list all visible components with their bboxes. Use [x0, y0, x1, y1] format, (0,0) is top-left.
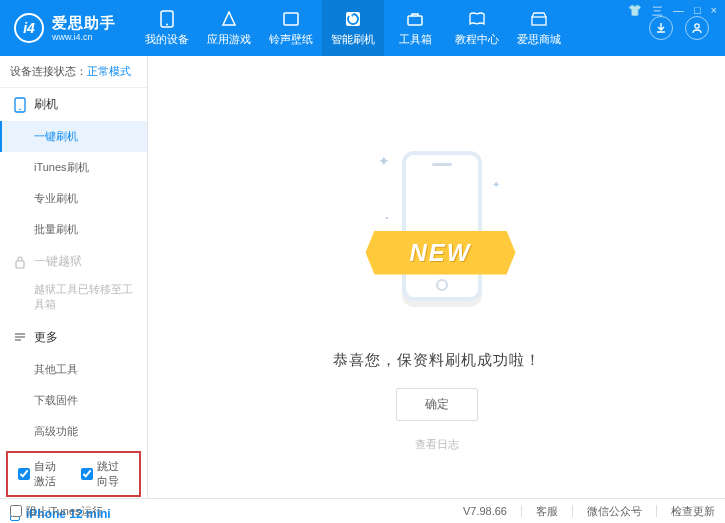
wallpaper-icon: [282, 10, 300, 28]
sidebar-item-pro[interactable]: 专业刷机: [0, 183, 147, 214]
connection-mode: 正常模式: [87, 65, 131, 77]
nav-tutorials[interactable]: 教程中心: [446, 0, 508, 56]
download-button[interactable]: [649, 16, 673, 40]
nav-label: 智能刷机: [331, 32, 375, 47]
sidebar: 设备连接状态：正常模式 刷机 一键刷机 iTunes刷机 专业刷机 批量刷机 一…: [0, 56, 148, 498]
phone-icon: [14, 97, 26, 113]
sidebar-item-other-tools[interactable]: 其他工具: [0, 354, 147, 385]
svg-rect-2: [284, 13, 298, 25]
sidebar-item-download-fw[interactable]: 下载固件: [0, 385, 147, 416]
nav-label: 铃声壁纸: [269, 32, 313, 47]
section-jailbreak[interactable]: 一键越狱: [0, 245, 147, 278]
lock-icon: [14, 255, 26, 269]
support-link[interactable]: 客服: [536, 504, 558, 519]
svg-rect-5: [532, 17, 546, 25]
logo-icon: i4: [14, 13, 44, 43]
result-title: 恭喜您，保资料刷机成功啦！: [333, 351, 541, 370]
nav-label: 我的设备: [145, 32, 189, 47]
nav-toolbox[interactable]: 工具箱: [384, 0, 446, 56]
minimize-icon[interactable]: —: [673, 4, 684, 19]
main: 设备连接状态：正常模式 刷机 一键刷机 iTunes刷机 专业刷机 批量刷机 一…: [0, 56, 725, 498]
nav-store[interactable]: 爱思商城: [508, 0, 570, 56]
nav-apps[interactable]: 应用游戏: [198, 0, 260, 56]
flash-icon: [344, 10, 362, 28]
sidebar-item-oneclick[interactable]: 一键刷机: [0, 121, 147, 152]
wechat-link[interactable]: 微信公众号: [587, 504, 642, 519]
app-logo[interactable]: i4 爱思助手 www.i4.cn: [0, 13, 128, 43]
jailbreak-note: 越狱工具已转移至工具箱: [0, 278, 147, 321]
phone-icon: [158, 10, 176, 28]
svg-point-1: [166, 23, 168, 25]
nav-flash[interactable]: 智能刷机: [322, 0, 384, 56]
check-update-link[interactable]: 检查更新: [671, 504, 715, 519]
view-log-link[interactable]: 查看日志: [415, 437, 459, 452]
confirm-button[interactable]: 确定: [396, 388, 478, 421]
sidebar-item-batch[interactable]: 批量刷机: [0, 214, 147, 245]
phone-illustration: [402, 151, 482, 301]
sparkle-icon: ✦: [492, 179, 500, 190]
app-name: 爱思助手: [52, 14, 116, 32]
nav-label: 工具箱: [399, 32, 432, 47]
user-button[interactable]: [685, 16, 709, 40]
main-nav: 我的设备 应用游戏 铃声壁纸 智能刷机 工具箱 教程中心 爱思商城: [136, 0, 570, 56]
book-icon: [468, 10, 486, 28]
nav-label: 爱思商城: [517, 32, 561, 47]
nav-label: 教程中心: [455, 32, 499, 47]
sparkle-icon: •: [386, 213, 389, 222]
sidebar-item-advanced[interactable]: 高级功能: [0, 416, 147, 447]
store-icon: [530, 10, 548, 28]
app-url: www.i4.cn: [52, 32, 116, 43]
svg-point-6: [695, 24, 699, 28]
toolbox-icon: [406, 10, 424, 28]
menu-icon[interactable]: 三: [652, 4, 663, 19]
sidebar-item-itunes[interactable]: iTunes刷机: [0, 152, 147, 183]
success-illustration: ✦ ✦ • NEW: [372, 133, 502, 333]
header-right: [649, 16, 725, 40]
connection-status: 设备连接状态：正常模式: [0, 56, 147, 88]
content-area: ✦ ✦ • NEW 恭喜您，保资料刷机成功啦！ 确定 查看日志: [148, 56, 725, 498]
section-more[interactable]: 更多: [0, 321, 147, 354]
version-label: V7.98.66: [463, 505, 507, 517]
options-highlighted: 自动激活 跳过向导: [6, 451, 141, 497]
skin-icon[interactable]: 👕: [628, 4, 642, 19]
sparkle-icon: ✦: [378, 153, 390, 169]
maximize-icon[interactable]: □: [694, 4, 701, 19]
chk-skip-guide[interactable]: 跳过向导: [81, 459, 130, 489]
chk-block-itunes[interactable]: 阻止iTunes运行: [10, 504, 103, 519]
new-ribbon: NEW: [366, 231, 516, 275]
nav-label: 应用游戏: [207, 32, 251, 47]
window-controls: 👕 三 — □ ×: [628, 4, 717, 19]
nav-my-device[interactable]: 我的设备: [136, 0, 198, 56]
more-icon: [14, 331, 26, 343]
chk-auto-activate[interactable]: 自动激活: [18, 459, 67, 489]
svg-rect-4: [408, 16, 422, 25]
section-flash[interactable]: 刷机: [0, 88, 147, 121]
close-icon[interactable]: ×: [711, 4, 717, 19]
nav-ringtones[interactable]: 铃声壁纸: [260, 0, 322, 56]
svg-point-8: [19, 108, 21, 110]
svg-rect-9: [16, 261, 24, 268]
apps-icon: [220, 10, 238, 28]
header: i4 爱思助手 www.i4.cn 我的设备 应用游戏 铃声壁纸 智能刷机 工具…: [0, 0, 725, 56]
footer-right: V7.98.66 客服 微信公众号 检查更新: [463, 504, 715, 519]
